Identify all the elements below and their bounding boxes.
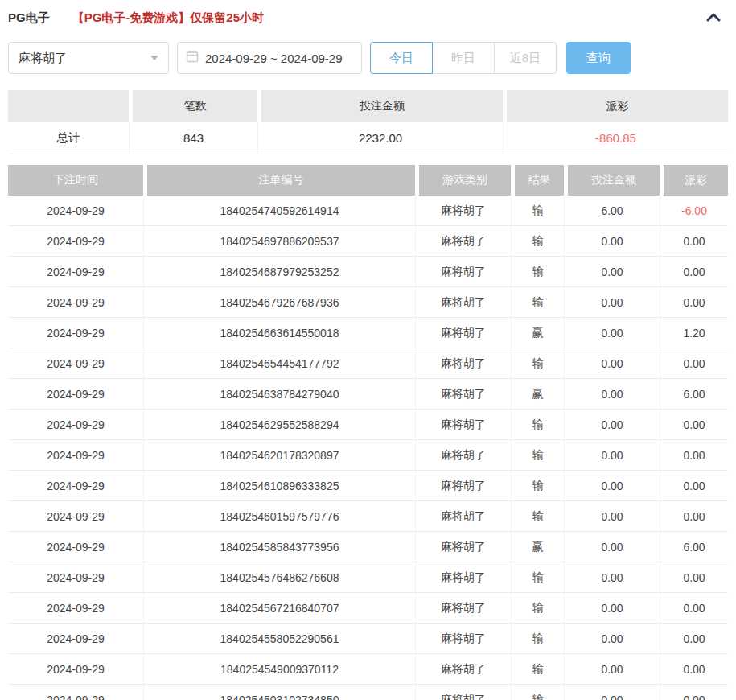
cell-payout: 6.00 [660,532,728,562]
cell-payout: 0.00 [660,654,728,684]
cell-result: 输 [511,410,564,439]
cell-bet-amount: 6.00 [564,196,660,225]
cell-bet-amount: 0.00 [564,685,660,700]
cell-bet-time: 2024-09-29 [8,471,143,500]
bet-records-table: 下注时间 注单编号 游戏类别 结果 投注金额 派彩 2024-09-29 184… [8,165,728,700]
col-result: 结果 [511,165,564,196]
cell-result: 赢 [511,379,564,409]
date-range-input[interactable]: 2024-09-29 ~ 2024-09-29 [177,42,362,74]
collapse-button[interactable] [702,8,725,27]
summary-total-count: 843 [129,122,257,154]
cell-bet-amount: 0.00 [564,562,660,592]
cell-bet-amount: 0.00 [564,226,660,256]
cell-payout: 0.00 [660,593,728,623]
cell-payout: 0.00 [660,348,728,378]
col-game-category: 游戏类别 [415,165,511,196]
cell-game-category: 麻将胡了 [415,624,511,653]
cell-bet-amount: 0.00 [564,379,660,409]
table-row: 2024-09-29 1840254576486276608 麻将胡了 输 0.… [8,562,728,593]
cell-bet-time: 2024-09-29 [8,379,143,409]
cell-bet-amount: 0.00 [564,624,660,653]
cell-bet-time: 2024-09-29 [8,440,143,470]
game-select-value: 麻将胡了 [19,51,67,66]
quick-filter-last8days[interactable]: 近8日 [494,42,557,74]
cell-bet-amount: 0.00 [564,501,660,531]
cell-result: 赢 [511,318,564,348]
cell-result: 输 [511,226,564,256]
query-button[interactable]: 查询 [566,42,631,74]
cell-result: 输 [511,562,564,592]
cell-payout: 1.20 [660,318,728,348]
cell-bet-amount: 0.00 [564,532,660,562]
cell-bet-time: 2024-09-29 [8,348,143,378]
cell-bet-time: 2024-09-29 [8,287,143,317]
summary-col-count: 笔数 [129,90,257,122]
cell-game-category: 麻将胡了 [415,410,511,439]
cell-bet-time: 2024-09-29 [8,410,143,439]
quick-filter-yesterday[interactable]: 昨日 [432,42,495,74]
game-select[interactable]: 麻将胡了 [8,42,169,74]
cell-bet-number: 1840254549009370112 [143,654,415,684]
filter-bar: 麻将胡了 2024-09-29 ~ 2024-09-29 今日 昨日 近8日 查… [8,42,728,74]
summary-table: 笔数 投注金额 派彩 总计 843 2232.00 -860.85 [8,90,728,154]
cell-bet-time: 2024-09-29 [8,685,143,700]
cell-result: 输 [511,471,564,500]
cell-bet-number: 1840254654454177792 [143,348,415,378]
table-row: 2024-09-29 1840254620178320897 麻将胡了 输 0.… [8,440,728,471]
cell-bet-amount: 0.00 [564,654,660,684]
cell-bet-time: 2024-09-29 [8,226,143,256]
cell-bet-number: 1840254679267687936 [143,287,415,317]
cell-bet-amount: 0.00 [564,471,660,500]
cell-bet-amount: 0.00 [564,440,660,470]
cell-result: 输 [511,287,564,317]
col-bet-amount: 投注金额 [564,165,660,196]
cell-payout: 0.00 [660,624,728,653]
cell-bet-time: 2024-09-29 [8,196,143,225]
calendar-icon [186,50,199,66]
cell-game-category: 麻将胡了 [415,440,511,470]
cell-bet-number: 1840254638784279040 [143,379,415,409]
cell-game-category: 麻将胡了 [415,379,511,409]
cell-result: 赢 [511,532,564,562]
table-row: 2024-09-29 1840254503102734850 麻将胡了 输 0.… [8,685,728,700]
summary-col-bet-amount: 投注金额 [257,90,503,122]
cell-game-category: 麻将胡了 [415,348,511,378]
cell-bet-number: 1840254697886209537 [143,226,415,256]
cell-bet-number: 1840254576486276608 [143,562,415,592]
cell-game-category: 麻将胡了 [415,287,511,317]
cell-payout: 0.00 [660,287,728,317]
table-row: 2024-09-29 1840254629552588294 麻将胡了 输 0.… [8,410,728,440]
col-payout: 派彩 [660,165,728,196]
table-row: 2024-09-29 1840254610896333825 麻将胡了 输 0.… [8,471,728,501]
cell-game-category: 麻将胡了 [415,562,511,592]
quick-filter-today[interactable]: 今日 [370,42,433,74]
cell-bet-amount: 0.00 [564,410,660,439]
cell-payout: 0.00 [660,562,728,592]
summary-total-bet-amount: 2232.00 [257,122,503,154]
cell-bet-amount: 0.00 [564,287,660,317]
cell-bet-amount: 0.00 [564,348,660,378]
cell-bet-time: 2024-09-29 [8,501,143,531]
cell-game-category: 麻将胡了 [415,471,511,500]
cell-payout: 0.00 [660,471,728,500]
cell-bet-number: 1840254687979253252 [143,257,415,286]
date-range-value: 2024-09-29 ~ 2024-09-29 [205,51,343,65]
summary-col-empty [8,90,129,122]
cell-result: 输 [511,593,564,623]
retention-notice: 【PG电子-免费游戏】仅保留25小时 [72,10,264,26]
table-row: 2024-09-29 1840254549009370112 麻将胡了 输 0.… [8,654,728,685]
quick-filter-group: 今日 昨日 近8日 [370,42,557,74]
pg-records-panel: PG电子 【PG电子-免费游戏】仅保留25小时 麻将胡了 2024-09-29 … [0,0,736,700]
cell-bet-number: 1840254740592614914 [143,196,415,225]
cell-game-category: 麻将胡了 [415,196,511,225]
cell-game-category: 麻将胡了 [415,532,511,562]
summary-total-payout: -860.85 [503,122,728,154]
table-row: 2024-09-29 1840254687979253252 麻将胡了 输 0.… [8,257,728,287]
table-row: 2024-09-29 1840254601597579776 麻将胡了 输 0.… [8,501,728,532]
table-row: 2024-09-29 1840254585843773956 麻将胡了 赢 0.… [8,532,728,562]
cell-payout: -6.00 [660,196,728,225]
cell-game-category: 麻将胡了 [415,593,511,623]
cell-bet-number: 1840254503102734850 [143,685,415,700]
cell-bet-time: 2024-09-29 [8,624,143,653]
cell-bet-time: 2024-09-29 [8,562,143,592]
